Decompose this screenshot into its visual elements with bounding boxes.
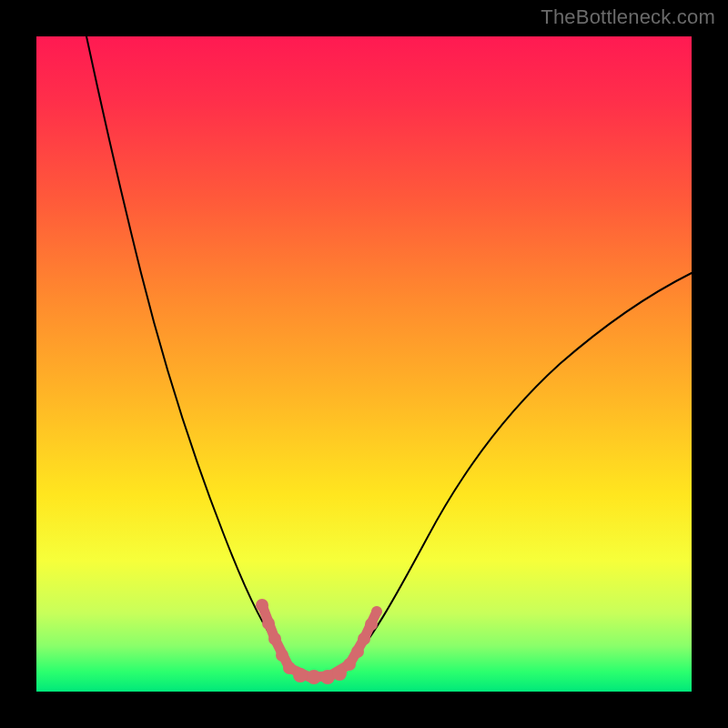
bottleneck-curve [86,36,692,677]
valley-dot [371,606,382,617]
valley-dot [293,668,308,682]
plot-area [36,36,692,692]
valley-dot [365,618,378,631]
valley-dot [343,658,356,671]
watermark-text: TheBottleneck.com [541,5,715,29]
chart-frame: TheBottleneck.com [0,0,728,728]
valley-dot [268,632,281,645]
valley-dot [262,617,275,630]
valley-dot [256,599,268,612]
valley-dot [307,670,321,684]
valley-dot [358,632,370,645]
valley-marker-dots [256,599,382,684]
curve-layer [36,36,692,692]
valley-dot [276,649,288,662]
valley-dot [351,645,364,658]
